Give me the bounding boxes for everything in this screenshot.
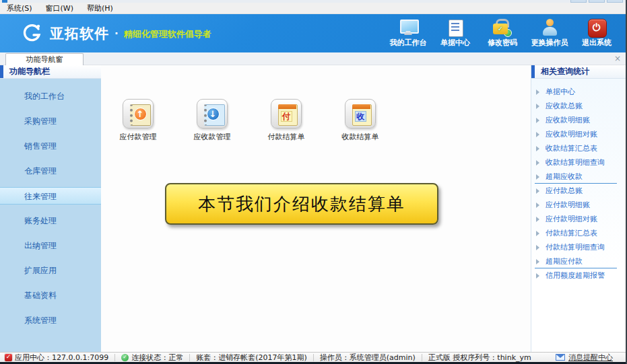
status-bar: 应用中心：127.0.0.1:7099 连接状态：正常 账套：进销存帐套(201… xyxy=(0,352,626,362)
status-operator: 操作员：系统管理员(admin) xyxy=(314,354,422,361)
content-area: 功能导航栏 我的工作台 采购管理 销售管理 仓库管理 往来管理 账务处理 出纳管… xyxy=(0,65,626,352)
query-link-label: 超期应收款 xyxy=(546,172,583,182)
shortcut[interactable]: 付 付款结算单 xyxy=(262,99,310,142)
triangle-right-icon xyxy=(536,160,539,166)
menu-item[interactable]: 帮助(H) xyxy=(84,3,120,13)
query-link[interactable]: 付款结算汇总表 xyxy=(531,226,626,240)
exit-power-icon xyxy=(587,19,607,36)
triangle-right-icon xyxy=(536,273,539,279)
shortcut-row: ↑ 应付款管理 ↓ 应收款管理 付 xyxy=(114,99,410,142)
sidebar-item[interactable]: 销售管理 xyxy=(0,137,101,155)
sidebar: 功能导航栏 我的工作台 采购管理 销售管理 仓库管理 往来管理 账务处理 出纳管… xyxy=(0,65,101,352)
shortcut[interactable]: ↓ 应收款管理 xyxy=(188,99,236,142)
header-actions: 我的工作台 单据中心 修改密码 更换操作员 xyxy=(385,19,620,48)
sidebar-item[interactable]: 采购管理 xyxy=(0,112,101,130)
right-panel-title: 相关查询统计 xyxy=(541,66,589,77)
triangle-right-icon xyxy=(536,89,539,95)
sidebar-item[interactable]: 扩展应用 xyxy=(0,262,101,279)
query-link-label: 收款结算明细查询 xyxy=(546,157,605,168)
sidebar-item[interactable]: 仓库管理 xyxy=(0,162,101,180)
main-area: ↑ 应付款管理 ↓ 应收款管理 付 xyxy=(101,65,531,352)
header-action[interactable]: 修改密码 xyxy=(479,19,526,48)
menu-item[interactable]: 窗口(W) xyxy=(43,3,80,13)
query-link-label: 付款结算明细查询 xyxy=(546,242,605,252)
query-link-label: 信用额度超期报警 xyxy=(546,270,605,281)
header-action-label: 我的工作台 xyxy=(385,38,432,48)
query-link[interactable]: 超期应付款 xyxy=(531,254,626,268)
workbench-monitor-icon xyxy=(398,19,418,36)
brand-name: 亚拓软件 xyxy=(50,24,109,43)
receipt-note-icon: 收 xyxy=(345,99,376,129)
sidebar-title: 功能导航栏 xyxy=(9,66,50,77)
document-center-icon xyxy=(445,19,465,36)
shortcut[interactable]: 收 收款结算单 xyxy=(336,99,385,142)
sidebar-item[interactable]: 系统管理 xyxy=(0,312,101,329)
header-action[interactable]: 退出系统 xyxy=(573,19,620,48)
menu-bar: 系统(S) 窗口(W) 帮助(H) xyxy=(0,3,626,14)
triangle-right-icon xyxy=(536,118,539,123)
shortcut-label: 付款结算单 xyxy=(268,132,305,142)
message-center-link[interactable]: 消息提醒中心 xyxy=(568,353,613,363)
window-controls[interactable] xyxy=(570,0,623,3)
accent-bar xyxy=(0,65,3,78)
query-link-label: 应收款明细账 xyxy=(546,115,590,125)
mail-icon xyxy=(556,354,565,361)
header-action[interactable]: 我的工作台 xyxy=(385,19,432,48)
shortcut-glyph: ↓ xyxy=(207,108,220,120)
status-account-set: 账套：进销存帐套(2017年第1期) xyxy=(190,354,314,361)
header-action-label: 单据中心 xyxy=(432,38,479,48)
query-link[interactable]: 应收款明细对账 xyxy=(531,127,626,141)
query-link[interactable]: 应付款明细对账 xyxy=(531,212,626,226)
tab-function-nav[interactable]: 功能导航窗 xyxy=(5,53,84,65)
close-button[interactable] xyxy=(607,0,623,3)
query-link[interactable]: 信用额度超期报警 xyxy=(531,268,626,283)
app-header: 亚拓软件 · 精细化管理软件倡导者 我的工作台 单据中心 修改密码 xyxy=(0,14,626,52)
triangle-right-icon xyxy=(536,132,539,137)
minimize-button[interactable] xyxy=(570,0,587,3)
app-window: 系统(S) 窗口(W) 帮助(H) 亚拓软件 · 精细化管理软件倡导者 我的工作… xyxy=(0,0,627,364)
query-link-list: 单据中心 应收款总账 应收款明细账 应收款明细对账 xyxy=(531,79,626,352)
brand-logo-icon xyxy=(20,24,43,44)
window-titlebar xyxy=(0,0,626,3)
query-link[interactable]: 应付款明细账 xyxy=(531,198,626,212)
sidebar-item[interactable]: 账务处理 xyxy=(0,212,101,229)
switch-operator-person-icon xyxy=(539,19,560,36)
shortcut-glyph: ↑ xyxy=(134,108,147,120)
related-query-panel: 相关查询统计 单据中心 应收款总账 应收款明细账 xyxy=(531,65,626,352)
tab-strip: 功能导航窗 × xyxy=(0,52,626,65)
query-link-label: 应收款总账 xyxy=(546,101,583,111)
status-message-center[interactable]: 消息提醒中心 xyxy=(556,353,622,363)
header-action[interactable]: 更换操作员 xyxy=(526,19,573,48)
query-link[interactable]: 付款结算明细查询 xyxy=(531,240,626,254)
triangle-right-icon xyxy=(536,203,539,208)
change-password-lock-icon xyxy=(492,19,513,36)
status-app-center: 应用中心：127.0.0.1:7099 xyxy=(3,354,115,361)
header-action-label: 更换操作员 xyxy=(526,38,573,48)
brand-separator: · xyxy=(114,28,119,40)
shortcut[interactable]: ↑ 应付款管理 xyxy=(114,99,162,142)
sidebar-header: 功能导航栏 xyxy=(0,65,101,79)
header-action-label: 修改密码 xyxy=(479,38,526,48)
query-link-label: 单据中心 xyxy=(546,87,575,97)
query-link[interactable]: 应收款总账 xyxy=(531,99,626,113)
close-tab-icon[interactable]: × xyxy=(614,53,621,65)
app-icon xyxy=(2,0,7,3)
maximize-button[interactable] xyxy=(589,0,605,3)
query-link[interactable]: 超期应收款 xyxy=(531,170,626,184)
sidebar-item[interactable]: 我的工作台 xyxy=(0,87,101,105)
receivable-notebook-icon: ↓ xyxy=(197,99,228,129)
query-link[interactable]: 应收款明细账 xyxy=(531,113,626,127)
connection-ok-icon xyxy=(121,354,129,361)
status-license: 正式版 授权序列号：think_ym xyxy=(422,354,537,361)
header-action[interactable]: 单据中心 xyxy=(432,19,479,48)
triangle-right-icon xyxy=(536,231,539,236)
sidebar-item[interactable]: 出纳管理 xyxy=(0,237,101,254)
sidebar-item[interactable]: 基础资料 xyxy=(0,287,101,304)
brand-tagline: 精细化管理软件倡导者 xyxy=(124,28,211,40)
query-link[interactable]: 单据中心 xyxy=(531,85,626,99)
query-link[interactable]: 应付款总账 xyxy=(531,184,626,198)
menu-item[interactable]: 系统(S) xyxy=(4,3,39,13)
query-link[interactable]: 收款结算汇总表 xyxy=(531,141,626,155)
sidebar-item[interactable]: 往来管理 xyxy=(0,187,101,205)
query-link[interactable]: 收款结算明细查询 xyxy=(531,155,626,170)
